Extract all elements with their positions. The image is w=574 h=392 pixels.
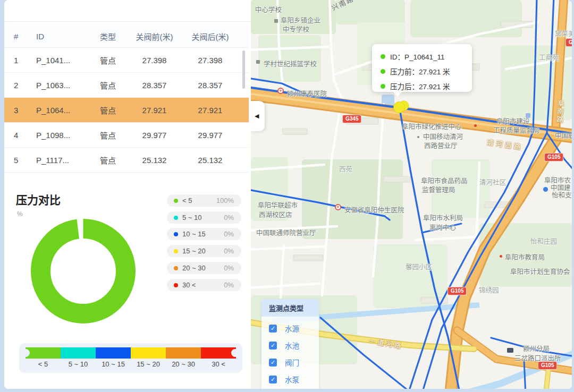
checkbox-checked-icon[interactable]: ✓	[269, 376, 277, 384]
map-label: 学村世纪摇篮学校	[264, 58, 317, 69]
cell-after: 28.357	[182, 81, 238, 90]
divider	[4, 21, 251, 22]
chart-legend-item[interactable]: 20 ~ 30 0%	[167, 262, 241, 274]
map-label: 安徽省阜阳仲生医院	[344, 204, 404, 215]
scale-notch-left	[22, 349, 30, 357]
map-label: 监督管理局	[422, 184, 455, 194]
chart-title: 压力对比	[16, 191, 61, 207]
map-label: 清河社区	[479, 177, 506, 187]
legend-dot	[174, 283, 178, 287]
hospital-icon: +	[277, 88, 284, 94]
legend-value: 0%	[224, 214, 234, 221]
school-icon	[274, 19, 278, 23]
scale-label: 30 <	[201, 360, 236, 368]
col-header-index: #	[4, 32, 36, 41]
map-label: 中专学校	[283, 24, 309, 34]
cell-index: 2	[4, 81, 36, 90]
map-label: 工商苑	[539, 52, 559, 62]
legend-label: 15 ~ 20	[182, 247, 206, 255]
cell-id: P_1064...	[36, 106, 89, 115]
cell-id: P_1041...	[36, 56, 89, 65]
legend-label: < 5	[182, 197, 192, 204]
scale-segment	[131, 347, 166, 359]
scale-notch-right	[231, 349, 239, 357]
chart-legend-item[interactable]: 5 ~ 10 0%	[167, 211, 241, 224]
tooltip-pointer	[393, 91, 402, 97]
monitor-type-label: 水源	[285, 323, 299, 334]
scale-label: 10 ~ 15	[96, 360, 131, 368]
road-label: 阜南路	[554, 99, 565, 124]
cell-before: 29.977	[126, 131, 182, 140]
chart-legend-item[interactable]: 30 < 0%	[167, 279, 241, 291]
tooltip-row: 压力前：27.921 米	[381, 66, 472, 76]
legend-dot	[174, 216, 178, 220]
panel-collapse-button[interactable]: ◀	[251, 101, 265, 131]
col-header-after: 关阀后(米)	[182, 31, 238, 42]
map-label: 西湖校区店	[259, 209, 292, 219]
road-badge: G105	[448, 287, 467, 295]
legend-value: 0%	[224, 264, 234, 272]
chart-legend-item[interactable]: 15 ~ 20 0%	[167, 245, 241, 257]
cell-after: 25.132	[182, 156, 238, 165]
map-label: 锦绣园	[479, 285, 499, 295]
map-label: 阜阳市绿化推进中心	[402, 121, 462, 131]
monitor-type-label: 水泵	[285, 374, 299, 385]
cell-type: 管点	[89, 55, 126, 66]
cell-index: 3	[4, 106, 36, 115]
cell-before: 25.132	[126, 156, 182, 165]
table-row[interactable]: 4 P_1098... 管点 29.977 29.977	[4, 123, 249, 148]
legend-label: 20 ~ 30	[182, 264, 206, 272]
chart-legend-item[interactable]: 10 ~ 15 0%	[167, 228, 241, 240]
police-badge-icon	[507, 348, 513, 353]
monitor-type-item-pump[interactable]: ✓ 水泵	[269, 374, 319, 385]
cell-id: P_1063...	[36, 81, 89, 90]
table-row[interactable]: 2 P_1063... 管点 28.357 28.357	[4, 73, 249, 98]
map-label: 阜阳华联超市	[258, 200, 298, 210]
tooltip-id: ID：P_10641_11	[390, 51, 445, 62]
map-label: 中心学校	[255, 4, 282, 14]
scale-segment	[96, 347, 131, 359]
map-label: 怡和庄园	[530, 236, 557, 246]
left-panel: # ID 类型 关阀前(米) 关阀后(米) 1 P_1041... 管点 27.…	[4, 0, 251, 389]
scale-labels: < 5 5 ~ 10 10 ~ 15 15 ~ 20 20 ~ 30 30 <	[26, 360, 236, 368]
scale-label: 5 ~ 10	[61, 360, 96, 368]
hospital-icon: +	[335, 204, 341, 210]
pressure-donut-ring	[41, 229, 126, 314]
chart-unit-label: %	[17, 210, 23, 218]
map-label: 颍州康泰医院	[287, 88, 327, 98]
table-row[interactable]: 1 P_1041... 管点 27.398 27.398	[4, 48, 249, 73]
pressure-color-scale: < 5 5 ~ 10 10 ~ 15 15 ~ 20 20 ~ 30 30 <	[19, 343, 242, 373]
checkbox-checked-icon[interactable]: ✓	[269, 359, 277, 367]
legend-dot	[174, 199, 178, 203]
monitor-type-item-water-tank[interactable]: ✓ 水池	[269, 340, 319, 351]
table-row-selected[interactable]: 3 P_1064... 管点 27.921 27.921	[4, 98, 249, 123]
col-header-id: ID	[36, 32, 89, 41]
collapse-arrow-icon: ◀	[255, 113, 259, 120]
monitor-type-item-water-source[interactable]: ✓ 水源	[269, 323, 319, 334]
checkbox-checked-icon[interactable]: ✓	[269, 325, 277, 333]
table-header: # ID 类型 关阀前(米) 关阀后(米)	[4, 25, 249, 48]
legend-label: 10 ~ 15	[182, 230, 206, 238]
cell-type: 管点	[89, 105, 126, 116]
chart-legend-item[interactable]: < 5 100%	[167, 194, 241, 207]
cell-index: 4	[4, 131, 36, 140]
tooltip-pressure-after: 压力后：27.921 米	[390, 81, 450, 91]
school-icon	[256, 60, 260, 64]
table-row[interactable]: 5 P_1117... 管点 25.132 25.132	[4, 148, 249, 173]
table-scrollbar[interactable]	[242, 50, 245, 89]
map-label: 馨园小区	[406, 261, 432, 271]
legend-dot	[174, 249, 178, 253]
map-canvas[interactable]: 清河西路 阜南路 一道河路 兴南路 G345 G105 G105 G105 G …	[251, 0, 572, 389]
legend-label: 30 <	[182, 281, 196, 289]
checkbox-checked-icon[interactable]: ✓	[269, 342, 277, 350]
map-label: 离岗中心	[429, 222, 456, 232]
tooltip-pressure-before: 压力前：27.921 米	[390, 66, 450, 76]
poi-dot-icon	[417, 136, 419, 138]
monitor-type-label: 阀门	[285, 357, 299, 368]
monitor-type-item-valve[interactable]: ✓ 阀门	[269, 357, 319, 368]
legend-dot	[174, 266, 178, 270]
green-dot-icon	[381, 54, 385, 59]
cell-before: 28.357	[126, 81, 182, 90]
cell-type: 管点	[89, 80, 126, 91]
map-label: 中国联通师院营业厅	[256, 227, 316, 237]
